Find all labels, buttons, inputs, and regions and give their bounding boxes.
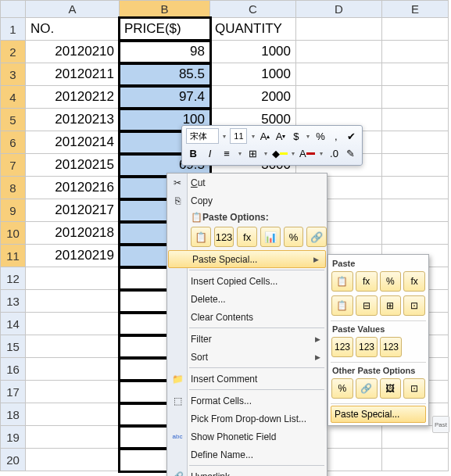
col-header-A[interactable]: A <box>26 1 120 18</box>
sub-formatting[interactable]: % <box>331 378 353 399</box>
cell-A14[interactable] <box>26 313 120 335</box>
cell-C4[interactable]: 2000 <box>210 86 296 109</box>
cell-C2[interactable]: 1000 <box>210 41 296 63</box>
cell-A8[interactable]: 20120216 <box>26 177 120 199</box>
ctx-hyperlink[interactable]: 🔗Hyperlink... <box>167 467 327 476</box>
paste-formulas-button[interactable]: fx <box>237 227 257 247</box>
cell-C3[interactable]: 1000 <box>210 63 296 86</box>
cell-E10[interactable] <box>382 222 449 245</box>
font-name-select[interactable]: 宋体 <box>186 128 219 144</box>
cell-A16[interactable] <box>26 358 120 381</box>
cell-A13[interactable] <box>26 290 120 313</box>
row-header[interactable]: 10 <box>1 222 26 245</box>
cell-E5[interactable] <box>382 109 449 131</box>
cell-E20[interactable] <box>382 449 449 471</box>
sub-paste-colwidth[interactable]: ⊟ <box>356 295 378 316</box>
row-header[interactable]: 15 <box>1 335 26 358</box>
sub-paste-keep-src[interactable]: fx <box>403 271 425 292</box>
ctx-define-name[interactable]: Define Name... <box>167 446 327 463</box>
cell-A17[interactable] <box>26 381 120 403</box>
paste-values-button[interactable]: 123 <box>214 227 234 247</box>
sub-paste-merge[interactable]: ⊡ <box>403 295 425 316</box>
ctx-delete[interactable]: Delete... <box>167 290 327 308</box>
cell-A20[interactable] <box>26 449 120 471</box>
row-header[interactable]: 7 <box>1 154 26 177</box>
col-header-E[interactable]: E <box>382 1 449 18</box>
row-header[interactable]: 3 <box>1 63 26 86</box>
paste-all-button[interactable]: 📋 <box>191 227 211 247</box>
cell-E4[interactable] <box>382 86 449 109</box>
cell-A9[interactable]: 20120217 <box>26 199 120 222</box>
cell-E9[interactable] <box>382 199 449 222</box>
bold-button[interactable]: B <box>186 145 200 161</box>
ctx-sort[interactable]: Sort▶ <box>167 348 327 366</box>
grow-font-icon[interactable]: A▴ <box>259 128 272 144</box>
ctx-pick-list[interactable]: Pick From Drop-down List... <box>167 410 327 428</box>
row-header[interactable]: 11 <box>1 245 26 267</box>
row-header[interactable]: 14 <box>1 313 26 335</box>
cell-B1[interactable]: PRICE($) <box>120 18 210 41</box>
paste-formatting-button[interactable]: % <box>284 227 304 247</box>
sub-picture[interactable]: 🖼 <box>380 378 402 399</box>
sub-paste-special-item[interactable]: Paste Special... <box>331 406 426 423</box>
paste-transpose-button[interactable]: 📊 <box>260 227 281 247</box>
percent-icon[interactable]: % <box>314 128 328 144</box>
comma-icon[interactable]: , <box>329 128 342 144</box>
row-header[interactable]: 16 <box>1 358 26 381</box>
cell-A5[interactable]: 20120213 <box>26 109 120 131</box>
ctx-format-cells[interactable]: ⬚Format Cells... <box>167 392 327 410</box>
row-header[interactable]: 5 <box>1 109 26 131</box>
border-icon[interactable]: ⊞ <box>245 145 260 161</box>
sub-paste-noborder[interactable]: 📋 <box>331 295 353 316</box>
cell-E8[interactable] <box>382 177 449 199</box>
cell-B2[interactable]: 98 <box>120 41 210 63</box>
col-header-B[interactable]: B <box>120 1 210 18</box>
ctx-cut[interactable]: ✂Cut <box>167 174 327 191</box>
sub-paste-all[interactable]: 📋 <box>331 271 353 292</box>
cell-A3[interactable]: 20120211 <box>26 63 120 86</box>
cell-E7[interactable] <box>382 154 449 177</box>
font-size-select[interactable]: 11 <box>230 128 247 144</box>
cell-A19[interactable] <box>26 426 120 449</box>
row-header[interactable]: 17 <box>1 381 26 403</box>
cell-A11[interactable]: 20120219 <box>26 245 120 267</box>
col-header-D[interactable]: D <box>296 1 382 18</box>
cell-D3[interactable] <box>296 63 382 86</box>
row-header[interactable]: 13 <box>1 290 26 313</box>
cell-B4[interactable]: 97.4 <box>120 86 210 109</box>
cell-A7[interactable]: 20120215 <box>26 154 120 177</box>
cell-A12[interactable] <box>26 267 120 290</box>
row-header[interactable]: 2 <box>1 41 26 63</box>
cell-E6[interactable] <box>382 131 449 154</box>
cell-A10[interactable]: 20120218 <box>26 222 120 245</box>
ctx-insert-comment[interactable]: 📁Insert Comment <box>167 370 327 388</box>
cell-E3[interactable] <box>382 63 449 86</box>
row-header[interactable]: 18 <box>1 403 26 426</box>
ctx-clear[interactable]: Clear Contents <box>167 308 327 326</box>
row-header[interactable]: 6 <box>1 131 26 154</box>
row-header[interactable]: 12 <box>1 267 26 290</box>
cell-A1[interactable]: NO. <box>26 18 120 41</box>
cell-D4[interactable] <box>296 86 382 109</box>
cell-E2[interactable] <box>382 41 449 63</box>
shrink-font-icon[interactable]: A▾ <box>274 128 288 144</box>
currency-icon[interactable]: $ <box>289 128 302 144</box>
cell-C1[interactable]: QUANTITY <box>210 18 296 41</box>
row-header[interactable]: 8 <box>1 177 26 199</box>
cell-A6[interactable]: 20120214 <box>26 131 120 154</box>
cell-D2[interactable] <box>296 41 382 63</box>
sub-values-num[interactable]: 123 <box>356 337 378 357</box>
ctx-filter[interactable]: Filter▶ <box>167 330 327 348</box>
row-header[interactable]: 4 <box>1 86 26 109</box>
sub-values[interactable]: 123 <box>331 337 353 357</box>
sub-values-src[interactable]: 123 <box>380 337 402 357</box>
paste-hint-button[interactable]: Past <box>432 416 449 433</box>
cell-A2[interactable]: 20120210 <box>26 41 120 63</box>
col-header-C[interactable]: C <box>210 1 296 18</box>
italic-button[interactable]: I <box>202 145 217 161</box>
font-color-icon[interactable]: A <box>299 145 315 161</box>
sub-paste-formulas[interactable]: fx <box>356 271 378 292</box>
cell-A18[interactable] <box>26 403 120 426</box>
ctx-paste-special[interactable]: Paste Special...▶ <box>168 250 326 268</box>
ctx-insert-copied[interactable]: Insert Copied Cells... <box>167 272 327 290</box>
